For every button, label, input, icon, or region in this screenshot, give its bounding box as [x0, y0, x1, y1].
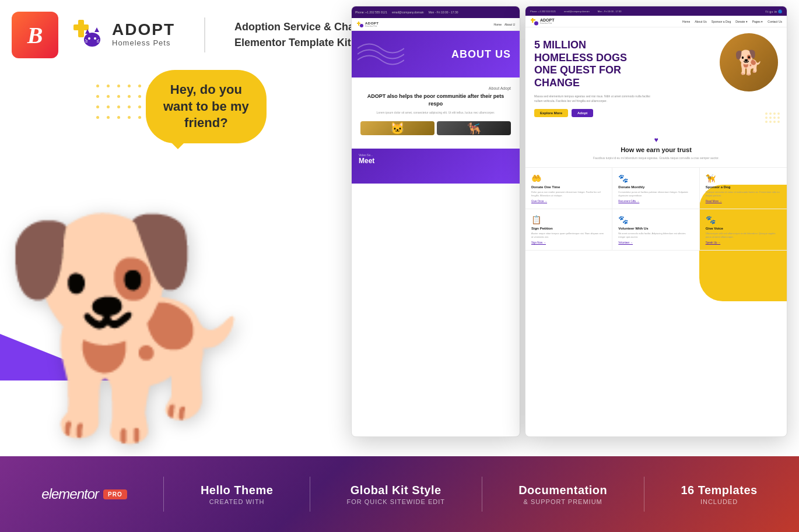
bottom-feature-title-2: Documentation: [518, 483, 607, 497]
svg-point-26: [769, 121, 772, 123]
svg-point-22: [769, 117, 772, 119]
svg-rect-15: [531, 19, 535, 21]
sc-petition-icon: 📋: [531, 215, 606, 224]
sc-video-section: Video Se... Meet: [352, 149, 520, 184]
sc-r-nav-about: About Us: [695, 20, 707, 23]
bottom-feature-sub-3: INCLUDED: [681, 498, 757, 505]
bottom-feature-1: Global Kit Style FOR QUICK SITEWIDE EDIT: [347, 483, 445, 505]
sc-hero-body: Massa sed elementum tempus egestas sed n…: [534, 94, 651, 103]
bottom-feature-title-1: Global Kit Style: [347, 483, 445, 497]
sc-dog-circle: 🐕: [720, 33, 778, 91]
sc-r-nav-home: Home: [682, 20, 690, 23]
sc-email: email@company.domain: [392, 10, 424, 14]
sc-donate-once-icon: 🤲: [531, 174, 606, 183]
sc-card-title-2: Sponsor a Dog: [706, 185, 781, 189]
sc-adopt-btn[interactable]: Adopt: [572, 109, 593, 117]
svg-point-20: [777, 112, 780, 115]
svg-point-21: [765, 117, 768, 119]
bottom-feature-3: 16 Templates INCLUDED: [681, 483, 757, 505]
divider-1: [163, 477, 164, 512]
sc-logo-text: ADOPT: [365, 22, 379, 25]
screenshot-home: Phone: +1 202 555 0121 email@company.dom…: [525, 6, 787, 437]
sc-card-title-3: Sign Petition: [531, 227, 606, 230]
svg-point-16: [534, 21, 538, 25]
sc-card-body-5: Ullamcorper velit sed ullamcorper morbi …: [706, 232, 781, 239]
svg-point-17: [765, 112, 768, 115]
sc-social-icons: f t g+ in 🔵: [765, 9, 782, 13]
bottom-feature-title-0: Hello Theme: [201, 483, 273, 497]
sc-logo-sub: Homeless Pets: [365, 25, 379, 27]
bottom-feature-0: Hello Theme CREATED WITH: [201, 483, 273, 505]
sc-card-link-5[interactable]: Speak Up →: [706, 241, 781, 244]
sc-card-link-1[interactable]: Recurrent Gifts →: [618, 200, 693, 203]
svg-point-6: [94, 37, 96, 40]
bottom-feature-title-3: 16 Templates: [681, 483, 757, 497]
sc-card-title-1: Donate Monthly: [618, 185, 693, 189]
screenshot-about: Phone: +1 202 555 0121 email@company.dom…: [351, 6, 520, 437]
sc-voice-icon: 🐾: [706, 215, 781, 224]
sc-left-nav-links: Home About U: [494, 23, 515, 26]
sc-card-title-0: Donate One Time: [531, 185, 606, 189]
sc-cat-image: 🐱: [360, 121, 434, 135]
sc-r-nav-sponsor: Sponsor a Dog: [712, 20, 731, 23]
sc-cards-wrapper: 🤲 Donate One Time Dolor purus non eraile…: [525, 167, 787, 251]
sc-r-logo-icon: [530, 17, 538, 26]
sc-hero-headline: 5 MILLION HOMELESS DOGS ONE QUEST FOR CH…: [534, 39, 674, 89]
sc-r-phone: Phone: +1 202 555 0121: [530, 10, 556, 13]
sc-trust-body: Faucibus turpis id eu mi bibendum neque …: [534, 156, 778, 160]
svg-rect-12: [357, 23, 360, 24]
sc-left-navbar: ADOPT Homeless Pets Home About U: [352, 18, 520, 31]
sc-left-logo: ADOPT Homeless Pets: [356, 21, 379, 28]
sc-body-text: Lorem ipsum dolor sit amet, consectetur …: [360, 111, 511, 115]
header-area: B: [12, 12, 370, 58]
sc-card-link-4[interactable]: Volunteer →: [618, 241, 693, 244]
sc-card-voice: 🐾 Give Voice Ullamcorper velit sed ullam…: [700, 209, 787, 251]
sc-image-grid: 🐱 🐕‍🦺: [360, 121, 511, 135]
sc-right-topbar: Phone: +1 202 555 0121 email@company.dom…: [525, 6, 787, 16]
b-logo: B: [12, 12, 58, 58]
sc-meet-text: Meet: [359, 157, 374, 165]
svg-point-5: [88, 37, 90, 40]
bottom-feature-sub-2: & SUPPORT PREMIUM: [518, 498, 607, 505]
dog-emoji: 🐕: [0, 221, 262, 431]
sc-waves-icon: [358, 37, 404, 72]
sc-explore-btn[interactable]: Explore More: [534, 109, 568, 117]
svg-point-27: [773, 121, 776, 123]
speech-bubble: Hey, do you want to be my friend?: [146, 70, 267, 143]
sc-nav-home: Home: [494, 23, 502, 26]
sc-yellow-dots: [765, 112, 782, 126]
sc-card-link-2[interactable]: Read More →: [706, 200, 781, 203]
sc-left-topbar: Phone: +1 202 555 0121 email@company.dom…: [352, 6, 520, 18]
sc-card-donate-monthly: 🐾 Donate Monthly Consectetur purus ut fa…: [612, 168, 699, 209]
sc-card-body-0: Dolor purus non erailer praesent element…: [531, 191, 606, 198]
sc-trust-title: How we earn your trust: [534, 146, 778, 153]
sc-hero: 5 MILLION HOMELESS DOGS ONE QUEST FOR CH…: [525, 27, 787, 129]
sc-card-body-2: Tristique senectus et netus et malesuada…: [706, 191, 781, 198]
sc-logo-cross-icon: [356, 21, 363, 28]
sc-heading: ADOPT also helps the poor communitie aft…: [360, 93, 511, 107]
sc-card-body-4: Nit amet commodo nulla facilisi. Adipisc…: [618, 232, 693, 239]
sc-r-nav-links: Home About Us Sponsor a Dog Donate ▾ Pag…: [682, 20, 782, 23]
adopt-logo-area: ADOPT Homeless Pets: [70, 17, 175, 52]
sc-card-body-3: Auctor neque vitae tempus quam pellentes…: [531, 232, 606, 239]
pro-badge: PRO: [103, 489, 127, 499]
sc-right-navbar: ADOPT Homeless Pets Home About Us Sponso…: [525, 16, 787, 27]
svg-point-13: [360, 24, 363, 27]
sc-card-link-3[interactable]: Sign Now →: [531, 241, 606, 244]
bottom-feature-sub-0: CREATED WITH: [201, 498, 273, 505]
sc-about-label: About Adopt: [360, 86, 511, 90]
sc-card-title-4: Volunteer With Us: [618, 227, 693, 230]
sc-about-text: ABOUT US: [451, 48, 511, 61]
bottom-feature-2: Documentation & SUPPORT PREMIUM: [518, 483, 607, 505]
sc-trust-section: ♥ How we earn your trust Faucibus turpis…: [525, 129, 787, 167]
sc-trust-heart-icon: ♥: [534, 136, 778, 144]
sc-card-link-0[interactable]: Give Once →: [531, 200, 606, 203]
divider-2: [310, 477, 310, 512]
sc-content-area: About Adopt ADOPT also helps the poor co…: [352, 77, 520, 144]
sc-card-petition: 📋 Sign Petition Auctor neque vitae tempu…: [525, 209, 612, 251]
sc-dots-pattern-icon: [765, 112, 782, 124]
svg-point-18: [769, 112, 772, 115]
sc-card-title-5: Give Voice: [706, 227, 781, 230]
main-container: B: [0, 0, 799, 532]
screenshots-container: Phone: +1 202 555 0121 email@company.dom…: [351, 6, 787, 449]
